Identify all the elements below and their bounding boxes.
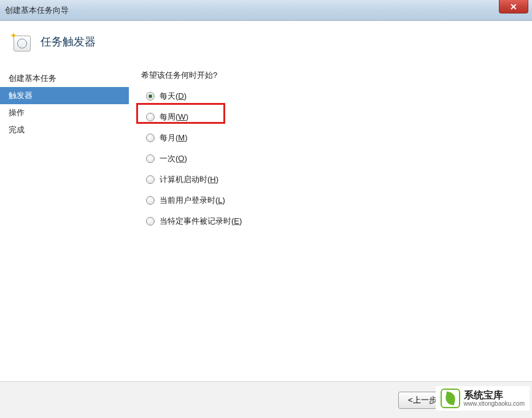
radio-option-d[interactable]: 每天(D)	[146, 91, 520, 102]
sidebar-item-0[interactable]: 创建基本任务	[0, 70, 129, 87]
radio-button-icon	[146, 113, 155, 121]
radio-label: 每天(D)	[160, 91, 187, 102]
radio-button-icon	[146, 196, 155, 205]
radio-button-icon	[146, 175, 155, 184]
main-panel: 希望该任务何时开始? 每天(D)每周(W)每月(M)一次(O)计算机启动时(H)…	[129, 63, 532, 381]
radio-label: 每周(W)	[160, 112, 188, 123]
prompt-text: 希望该任务何时开始?	[141, 70, 520, 81]
wizard-sidebar: 创建基本任务触发器操作完成	[0, 63, 129, 381]
radio-button-icon	[146, 92, 155, 101]
radio-label: 当特定事件被记录时(E)	[160, 216, 242, 227]
sidebar-item-2[interactable]: 操作	[0, 104, 129, 121]
wizard-icon: ✦	[10, 31, 32, 53]
close-icon: ✕	[510, 2, 517, 11]
title-bar: 创建基本任务向导 ✕	[0, 0, 532, 21]
wizard-header: ✦ 任务触发器	[0, 21, 532, 63]
radio-option-m[interactable]: 每月(M)	[146, 132, 520, 143]
radio-option-o[interactable]: 一次(O)	[146, 153, 520, 164]
star-icon: ✦	[10, 31, 17, 40]
radio-option-l[interactable]: 当前用户登录时(L)	[146, 195, 520, 206]
radio-button-icon	[146, 217, 155, 226]
leaf-icon	[444, 392, 457, 406]
sidebar-item-1[interactable]: 触发器	[0, 87, 129, 104]
radio-option-h[interactable]: 计算机启动时(H)	[146, 174, 520, 185]
radio-button-icon	[146, 154, 155, 163]
radio-label: 一次(O)	[160, 153, 187, 164]
radio-option-e[interactable]: 当特定事件被记录时(E)	[146, 216, 520, 227]
radio-label: 当前用户登录时(L)	[160, 195, 225, 206]
watermark: 系统宝库 www.xitongbaoku.com	[436, 386, 530, 411]
watermark-title: 系统宝库	[464, 390, 525, 401]
radio-label: 计算机启动时(H)	[160, 174, 218, 185]
radio-button-icon	[146, 134, 155, 142]
sidebar-item-3[interactable]: 完成	[0, 121, 129, 139]
window-title: 创建基本任务向导	[5, 5, 69, 16]
page-title: 任务触发器	[40, 34, 96, 49]
radio-label: 每月(M)	[160, 132, 188, 143]
radio-option-w[interactable]: 每周(W)	[146, 112, 520, 123]
close-button[interactable]: ✕	[499, 0, 528, 13]
trigger-radio-group: 每天(D)每周(W)每月(M)一次(O)计算机启动时(H)当前用户登录时(L)当…	[141, 91, 520, 227]
watermark-logo	[441, 389, 460, 408]
watermark-url: www.xitongbaoku.com	[464, 400, 525, 407]
